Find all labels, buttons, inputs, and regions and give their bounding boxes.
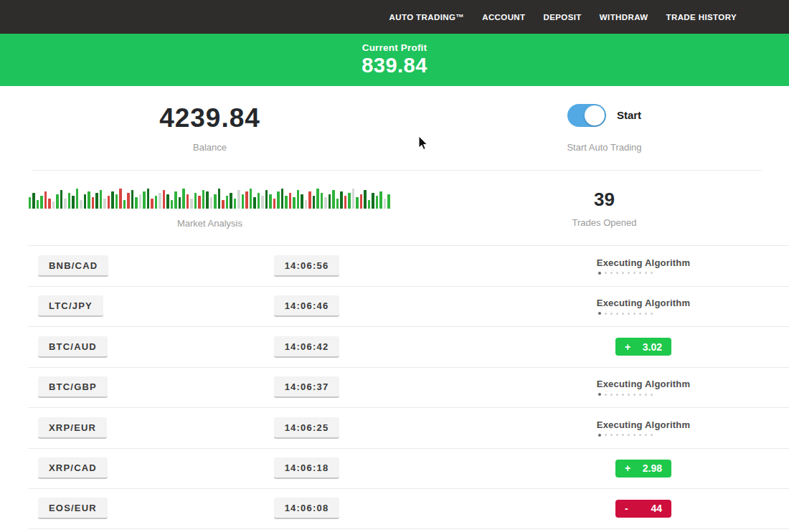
executing-status: Executing Algorithm	[597, 379, 690, 396]
market-bar	[387, 194, 390, 209]
market-bar	[52, 201, 55, 209]
progress-dot	[645, 394, 647, 396]
result-value: 2.98	[643, 462, 662, 474]
market-bar	[222, 200, 225, 209]
progress-dot	[645, 272, 647, 274]
time-chip: 14:06:25	[274, 417, 340, 439]
market-bar	[230, 193, 232, 209]
auto-trading-dashboard: AUTO TRADING™ ACCOUNT DEPOSIT WITHDRAW T…	[0, 0, 789, 532]
market-bar	[179, 197, 181, 209]
time-chip: 14:06:42	[274, 336, 340, 358]
trade-row: XRP/CAD 14:06:18 + 2.98	[29, 448, 789, 489]
market-bar	[214, 194, 217, 209]
market-bar	[56, 194, 59, 209]
market-bar	[198, 196, 201, 209]
market-bar	[261, 196, 264, 209]
market-bar	[166, 194, 169, 209]
market-bar	[360, 194, 363, 209]
executing-label: Executing Algorithm	[597, 298, 690, 308]
market-bar	[324, 197, 327, 209]
progress-dot	[610, 434, 613, 436]
progress-dot	[633, 272, 636, 274]
result-badge: - 44	[615, 500, 671, 518]
market-bar	[226, 196, 229, 209]
time-chip: 14:06:37	[274, 376, 340, 398]
progress-dot	[605, 434, 607, 436]
trades-list: BNB/CAD 14:06:56 Executing Algorithm LTC…	[29, 245, 789, 529]
nav-account[interactable]: ACCOUNT	[482, 13, 525, 22]
result-badge: + 3.02	[615, 338, 671, 356]
market-bar	[100, 190, 103, 209]
nav-deposit[interactable]: DEPOSIT	[544, 13, 582, 22]
market-bar	[206, 191, 209, 209]
progress-dot	[628, 394, 630, 396]
market-analysis-block: Market Analysis	[0, 171, 420, 245]
progress-dot	[633, 394, 636, 396]
nav-auto-trading[interactable]: AUTO TRADING™	[389, 13, 465, 22]
progress-dot	[651, 394, 653, 396]
auto-trading-toggle[interactable]	[567, 104, 606, 127]
stats-row-balance: 4239.84 Balance Start Start Auto Trading	[0, 86, 789, 170]
balance-value: 4239.84	[159, 103, 260, 133]
progress-dot	[633, 434, 636, 436]
market-bar	[379, 191, 382, 209]
nav-withdraw[interactable]: WITHDRAW	[600, 13, 648, 22]
market-bar	[115, 194, 118, 209]
progress-dot	[639, 434, 641, 436]
pair-chip: BTC/AUD	[38, 336, 108, 358]
top-navbar: AUTO TRADING™ ACCOUNT DEPOSIT WITHDRAW T…	[0, 0, 789, 34]
progress-dot	[598, 393, 601, 396]
time-chip: 14:06:56	[274, 255, 340, 277]
market-analysis-chart	[29, 187, 392, 209]
market-bar	[368, 200, 371, 209]
progress-dot	[651, 272, 653, 274]
trade-row: LTC/JPY 14:06:46 Executing Algorithm	[29, 286, 789, 327]
trades-opened-block: 39 Trades Opened	[420, 171, 789, 245]
market-bar	[32, 193, 35, 209]
progress-dots	[597, 434, 690, 437]
market-bar	[123, 200, 126, 209]
market-bar	[48, 199, 51, 209]
executing-label: Executing Algorithm	[597, 257, 690, 268]
market-bar	[285, 196, 288, 209]
result-value: 3.02	[643, 341, 662, 353]
market-bar	[103, 199, 106, 209]
market-bar	[80, 200, 82, 209]
market-bar	[159, 193, 161, 209]
progress-dot	[628, 272, 630, 274]
progress-dot	[651, 313, 653, 315]
market-bar	[297, 190, 300, 209]
market-bar	[234, 199, 237, 209]
market-bar	[332, 190, 335, 209]
executing-status: Executing Algorithm	[597, 298, 690, 315]
market-bar	[139, 194, 142, 209]
progress-dot	[645, 434, 647, 436]
toggle-label: Start	[617, 109, 641, 121]
progress-dot	[598, 272, 601, 275]
market-bar	[340, 191, 343, 209]
market-bar	[44, 191, 47, 209]
toggle-knob	[585, 105, 605, 125]
market-bar	[313, 196, 316, 209]
executing-label: Executing Algorithm	[597, 379, 690, 389]
trades-opened-value: 39	[594, 189, 615, 211]
market-bar	[344, 196, 347, 209]
market-bar	[308, 191, 311, 209]
market-bar	[95, 193, 98, 209]
current-profit-value: 839.84	[362, 54, 427, 77]
time-chip: 14:06:08	[274, 498, 340, 519]
market-bar	[135, 197, 138, 209]
pair-chip: XRP/CAD	[38, 457, 108, 479]
market-bar	[202, 190, 205, 209]
market-bar	[321, 193, 323, 209]
market-bar	[88, 191, 90, 209]
time-chip: 14:06:18	[274, 457, 340, 479]
market-bar	[329, 194, 331, 209]
progress-dot	[616, 272, 618, 274]
progress-dots	[597, 312, 690, 315]
trade-row: BTC/GBP 14:06:37 Executing Algorithm	[29, 367, 789, 408]
nav-trade-history[interactable]: TRADE HISTORY	[666, 13, 737, 22]
progress-dot	[628, 313, 630, 315]
progress-dot	[616, 313, 618, 315]
market-bar	[265, 190, 268, 209]
